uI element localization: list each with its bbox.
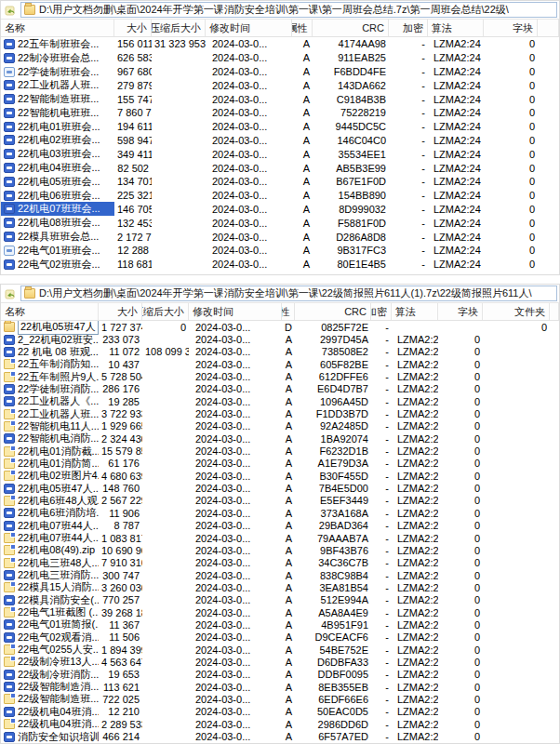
file-name: 22机电07班班会... [18,202,100,216]
table-row[interactable]: 22学徒制班消防...286 1762024-03-0...AE6D4D7B7-… [1,383,559,395]
file-name-cell: 22电气01班班会... [1,244,114,258]
table-row[interactable]: 22制冷班班会总...626 5832024-03-0...A911EAB25-… [1,51,559,65]
address-path-field[interactable]: D:\用户文档勿删\桌面\2024年开学第一课消防安全培训\第一课\22级简报照… [20,286,557,301]
table-row[interactable]: 22工业机器人班...279 8792024-03-0...A143DA662-… [1,78,559,92]
column-header-block[interactable]: 字块 [438,303,483,320]
column-header-enc[interactable]: 加密 [371,303,392,320]
table-row[interactable]: 2_22机电02班安...233 0732024-03-0...A2997D45… [1,333,559,345]
table-row[interactable]: 22机电01消防截...15 579 8542024-03-0...AF6232… [1,445,559,457]
table-row[interactable]: 22五年制照片9人...5 728 5042024-03-0...A612DFF… [1,370,559,382]
cell-modified: 2024-03-0... [206,232,292,243]
cell-crc: 54BE752E [295,644,371,656]
address-path-field[interactable]: D:\用户文档勿删\桌面\2024年开学第一课消防安全培训\第一课\第一周班会总… [20,2,557,18]
table-row[interactable]: 22级机电04班消...2 289 5332024-03-0...A2986DD… [1,718,559,730]
table-row[interactable]: 22机电04班班会...82 5022024-03-0...AAB5B3E99-… [1,161,559,175]
table-row[interactable]: 22工业机器人《...19 2852024-03-0...A1096A45D-L… [1,395,559,407]
column-header-size[interactable]: 大小 [114,20,152,36]
table-row[interactable]: 22电气01班班会...12 2882024-03-0...A9B317FC3-… [1,244,559,258]
table-row[interactable]: 22级机电04班消...12 2102024-03-0...A50EAC0D5-… [1,706,559,718]
table-row[interactable]: 22级制冷班消防...19 6532024-03-0...ADDBF0095-L… [1,669,559,681]
table-row[interactable]: 22智能机电班班...7 860 7312024-03-0...A7522821… [1,106,559,120]
jump-arrow-icon[interactable] [3,286,18,300]
cell-enc: - [371,433,392,445]
column-header-crc[interactable]: CRC [295,303,371,320]
table-row[interactable]: 22机电6班48人观...2 567 2292024-03-0...AE5EF3… [1,495,559,507]
table-row[interactable]: 22机电01消防简...61 1762024-03-0...AA1E79D3A-… [1,458,559,470]
column-header-packed[interactable]: 压缩后大小 [142,303,189,320]
cell-attr: A [282,570,295,581]
cell-size: 19 285 [99,396,142,407]
cell-enc: - [389,163,428,174]
table-row[interactable]: 22机电三班消防...300 7472024-03-0...A838C98B4-… [1,569,559,581]
cell-method: LZMA2:24 [392,396,438,407]
cell-enc: - [371,322,392,333]
table-row[interactable]: 22五年制消防知...10 4372024-03-0...A605F82BE-L… [1,358,559,370]
column-header-attr[interactable]: 属性 [292,20,313,36]
cell-enc: - [371,458,392,469]
table-row[interactable]: 22电气1班截图 (...39 268 1862024-03-0...AA5A8… [1,606,559,618]
table-row[interactable]: 22电气01班简报(...11 3672024-03-0...A4B951F91… [1,618,559,631]
table-row[interactable]: 22智能机电11人...1 929 6652024-03-0...A92A248… [1,420,559,432]
table-row[interactable]: 22机电08(49).zip10 690 9642024-03-0...A9BF… [1,544,559,556]
table-row[interactable]: 22机电01班班会...194 6112024-03-0...A9445DC5C… [1,120,559,134]
table-row[interactable]: 22机电08班班会...132 4532024-03-0...AF5881F0D… [1,216,559,230]
cell-modified: 2024-03-0... [206,163,292,174]
table-row[interactable]: 22工业机器人班...3 722 9332024-03-0...AF1DD3B7… [1,407,559,419]
file-name: 22机电08班班会... [18,216,100,230]
table-row[interactable]: 22机电05班班会...134 7012024-03-0...AB67E1F0D… [1,175,559,189]
file-name-cell: 22学徒制班班会... [1,65,114,79]
cell-size: 19 653 [99,669,142,680]
table-row[interactable]: 22级智能制造班...722 0252024-03-0...A6EDF66E6-… [1,693,559,705]
cell-method: LZMA2:24 [428,94,484,105]
column-header-attr[interactable]: 属性 [282,303,295,320]
column-header-size[interactable]: 大小 [99,303,142,320]
column-header-crc[interactable]: CRC [313,20,389,36]
table-row[interactable]: 22机电07班班会...146 7052024-03-0...A8D999032… [1,203,559,217]
table-row[interactable]: 22机电07班44人....1 083 8172024-03-0...A79AA… [1,532,559,544]
cell-block: 0 [438,433,483,445]
column-header-method[interactable]: 算法 [392,303,438,320]
table-row[interactable]: 22机电07班44人....8 7872024-03-0...A29BAD364… [1,520,559,532]
cell-enc: - [389,66,428,77]
column-header-block[interactable]: 字块 [484,20,538,36]
column-header-method[interactable]: 算法 [428,20,484,36]
table-row[interactable]: 22机电05班47人....148 7602024-03-0...A7B4E5D… [1,482,559,494]
cell-block: 0 [438,458,483,469]
column-header-packed[interactable]: 压缩后大小 [152,20,206,36]
column-header-name[interactable]: 名称 [1,303,99,320]
table-row[interactable]: 22机电03班班会...349 4112024-03-0...A35534EE1… [1,147,559,161]
table-row[interactable]: 22模具15人消防...3 260 0362024-03-0...A3EA81B… [1,581,559,593]
cell-method: LZMA2:24 [428,163,484,174]
column-header-folders[interactable]: 文件夹 [483,303,550,320]
table-row[interactable]: 22五年制班班会...156 01131 323 9532024-03-0...… [1,37,559,51]
table-row[interactable]: 22学徒制班班会...967 6802024-03-0...AF6BDD4FE-… [1,65,559,79]
column-header-modified[interactable]: 修改时间 [206,20,292,36]
cell-block: 0 [438,383,483,394]
table-row[interactable]: 22机电06班班会...225 3212024-03-0...A154BB890… [1,189,559,203]
table-row[interactable]: 22智能机电消防...2 324 4302024-03-0...A1BA9207… [1,432,559,445]
table-row[interactable]: 消防安全知识培训...466 2142024-03-0...A6F57A7ED-… [1,730,559,742]
table-row[interactable]: 22机电02班图片4...4 680 6392024-03-0...AB30F4… [1,470,559,482]
cell-crc: B67E1F0D [313,176,389,187]
table-row[interactable]: 22级制冷班13人...4 563 6472024-03-0...AD6DBFA… [1,656,559,668]
column-header-name[interactable]: 名称 [1,20,114,36]
table-row[interactable]: 22电气0255人安...1 894 3992024-03-0...A54BE7… [1,644,559,656]
table-row[interactable]: 22 机电 08 班观...11 072108 099 3...2024-03-… [1,346,559,358]
table-row[interactable]: 22电气02班班会...118 6812024-03-0...A80E1E4B5… [1,258,559,272]
cell-size: 194 611 [114,121,152,132]
table-row[interactable]: 22电气02观看消...11 5062024-03-0...AD9CEACF6-… [1,631,559,644]
table-row[interactable]: 22模具班班会总...2 172 7712024-03-0...AD286A8D… [1,230,559,244]
table-row[interactable]: 22智能制造班班...155 7472024-03-0...AC9184B3B-… [1,92,559,106]
cell-size: 2 567 229 [99,495,142,506]
table-row[interactable]: 22机电三班48人...7 910 3162024-03-0...A34C36C… [1,557,559,569]
cell-enc: - [389,94,428,105]
column-header-enc[interactable]: 加密 [389,20,428,36]
column-header-modified[interactable]: 修改时间 [189,303,282,320]
table-row[interactable]: 22机电02班班会...598 9472024-03-0...A146C04C0… [1,134,559,148]
table-row[interactable]: 22机电6班消防培...11 9062024-03-0...A373A168A-… [1,507,559,519]
jump-arrow-icon[interactable] [3,3,18,17]
table-row[interactable]: 22级智能制造消...113 6212024-03-0...A8EB355EB-… [1,681,559,693]
cell-method: LZMA2:24 [428,259,484,270]
table-row[interactable]: 22模具消防安全(...770 2572024-03-0...A512E994A… [1,594,559,606]
table-row[interactable]: 22机电05班47人1 727 37402024-03-0...D0825F72… [1,321,559,333]
